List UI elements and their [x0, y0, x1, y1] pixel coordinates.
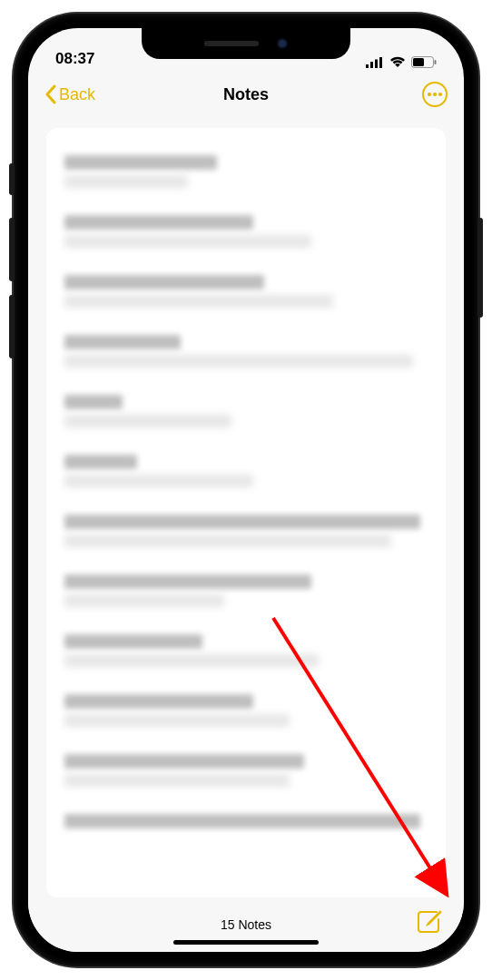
note-preview-blurred — [64, 175, 188, 188]
svg-rect-1 — [370, 62, 373, 68]
note-title-blurred — [64, 574, 311, 589]
note-item[interactable] — [64, 623, 428, 683]
note-item[interactable] — [64, 743, 428, 803]
volume-up-button — [9, 218, 15, 281]
note-item[interactable] — [64, 803, 428, 845]
notes-list[interactable] — [46, 128, 446, 897]
mute-switch — [9, 163, 15, 195]
note-title-blurred — [64, 215, 253, 230]
note-item[interactable] — [64, 564, 428, 623]
ellipsis-icon — [428, 93, 442, 96]
svg-rect-6 — [435, 60, 437, 64]
cellular-icon — [366, 57, 384, 68]
note-title-blurred — [64, 514, 420, 529]
note-item[interactable] — [64, 144, 428, 204]
wifi-icon — [389, 56, 406, 68]
note-title-blurred — [64, 814, 420, 828]
screen: 08:37 — [28, 28, 464, 952]
page-title: Notes — [223, 85, 269, 104]
note-title-blurred — [64, 155, 217, 170]
note-item[interactable] — [64, 504, 428, 564]
svg-rect-3 — [379, 57, 382, 68]
note-title-blurred — [64, 634, 202, 649]
volume-down-button — [9, 295, 15, 358]
note-title-blurred — [64, 455, 137, 469]
svg-rect-0 — [366, 64, 369, 68]
notch — [142, 28, 350, 59]
note-preview-blurred — [64, 774, 290, 787]
note-item[interactable] — [64, 264, 428, 324]
note-preview-blurred — [64, 475, 253, 487]
note-title-blurred — [64, 395, 123, 409]
compose-icon — [415, 908, 442, 936]
note-preview-blurred — [64, 295, 333, 308]
note-item[interactable] — [64, 204, 428, 264]
note-title-blurred — [64, 335, 181, 349]
phone-frame: 08:37 — [14, 14, 478, 966]
svg-rect-2 — [375, 59, 378, 68]
note-item[interactable] — [64, 444, 428, 504]
home-indicator[interactable] — [173, 940, 319, 945]
back-label: Back — [59, 85, 95, 104]
content — [28, 119, 464, 897]
note-item[interactable] — [64, 683, 428, 743]
note-preview-blurred — [64, 714, 290, 727]
battery-icon — [411, 56, 437, 68]
power-button — [477, 218, 483, 318]
back-button[interactable]: Back — [44, 84, 95, 104]
svg-rect-5 — [413, 58, 424, 66]
front-camera — [277, 38, 288, 49]
note-title-blurred — [64, 754, 304, 769]
chevron-left-icon — [44, 84, 57, 104]
note-preview-blurred — [64, 534, 391, 547]
note-item[interactable] — [64, 384, 428, 444]
speaker — [204, 41, 259, 46]
status-time: 08:37 — [55, 50, 94, 68]
note-preview-blurred — [64, 235, 311, 248]
more-options-button[interactable] — [422, 82, 448, 107]
note-preview-blurred — [64, 654, 319, 667]
note-title-blurred — [64, 275, 264, 289]
notes-count-label: 15 Notes — [221, 917, 271, 932]
note-preview-blurred — [64, 415, 231, 427]
note-preview-blurred — [64, 594, 224, 607]
note-preview-blurred — [64, 355, 413, 368]
note-item[interactable] — [64, 324, 428, 384]
nav-header: Back Notes — [28, 72, 464, 117]
note-title-blurred — [64, 694, 253, 709]
compose-button[interactable] — [415, 908, 442, 936]
status-icons — [366, 56, 437, 68]
